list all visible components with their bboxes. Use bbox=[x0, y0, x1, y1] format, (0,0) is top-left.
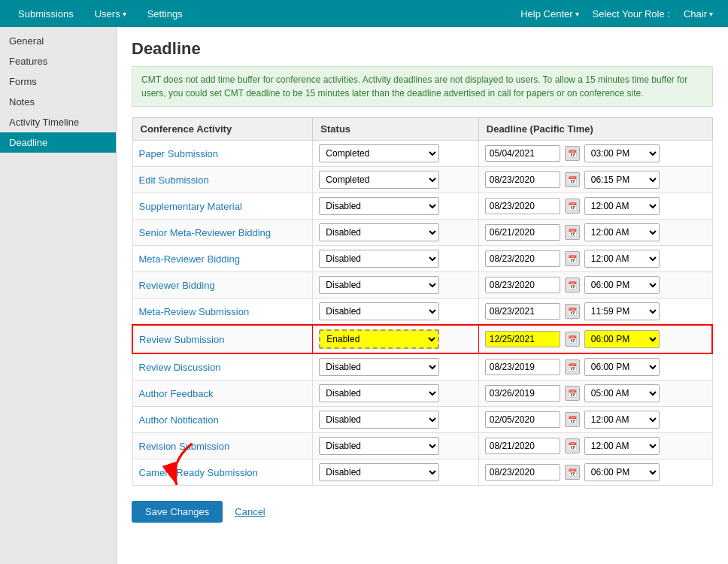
time-select[interactable]: 12:00 AM01:00 AM02:00 AM03:00 AM04:00 AM… bbox=[584, 384, 660, 402]
deadline-cell[interactable]: 📅12:00 AM01:00 AM02:00 AM03:00 AM04:00 A… bbox=[478, 272, 712, 299]
status-select[interactable]: CompletedEnabledDisabled bbox=[319, 384, 439, 402]
time-select[interactable]: 12:00 AM01:00 AM02:00 AM03:00 AM04:00 AM… bbox=[584, 223, 660, 241]
status-cell[interactable]: CompletedEnabledDisabled bbox=[313, 193, 478, 220]
date-input[interactable] bbox=[485, 411, 560, 428]
sidebar-item-forms[interactable]: Forms bbox=[0, 71, 116, 92]
status-cell[interactable]: CompletedEnabledDisabled bbox=[313, 246, 478, 272]
status-select[interactable]: CompletedEnabledDisabled bbox=[319, 463, 439, 481]
status-cell[interactable]: CompletedEnabledDisabled bbox=[313, 141, 478, 167]
deadline-cell[interactable]: 📅12:00 AM01:00 AM02:00 AM03:00 AM04:00 A… bbox=[478, 325, 712, 353]
status-cell[interactable]: CompletedEnabledDisabled bbox=[313, 381, 478, 407]
sidebar-item-notes[interactable]: Notes bbox=[0, 92, 116, 112]
status-select[interactable]: CompletedEnabledDisabled bbox=[319, 329, 439, 349]
status-select[interactable]: CompletedEnabledDisabled bbox=[319, 171, 439, 189]
deadline-cell[interactable]: 📅12:00 AM01:00 AM02:00 AM03:00 AM04:00 A… bbox=[478, 141, 712, 167]
col-header-deadline: Deadline (Pacific Time) bbox=[478, 118, 712, 141]
time-select[interactable]: 12:00 AM01:00 AM02:00 AM03:00 AM04:00 AM… bbox=[584, 330, 660, 348]
time-select[interactable]: 12:00 AM01:00 AM02:00 AM03:00 AM04:00 AM… bbox=[584, 276, 660, 294]
status-cell[interactable]: CompletedEnabledDisabled bbox=[313, 272, 478, 299]
date-input[interactable] bbox=[485, 438, 560, 454]
status-select[interactable]: CompletedEnabledDisabled bbox=[319, 197, 439, 215]
status-select[interactable]: CompletedEnabledDisabled bbox=[319, 302, 439, 320]
table-row: Author NotificationCompletedEnabledDisab… bbox=[132, 407, 712, 433]
status-cell[interactable]: CompletedEnabledDisabled bbox=[313, 325, 478, 353]
time-select[interactable]: 12:00 AM01:00 AM02:00 AM03:00 AM04:00 AM… bbox=[584, 411, 660, 429]
time-select[interactable]: 12:00 AM01:00 AM02:00 AM03:00 AM04:00 AM… bbox=[584, 437, 660, 455]
nav-settings[interactable]: Settings bbox=[137, 0, 193, 27]
calendar-icon[interactable]: 📅 bbox=[565, 304, 580, 319]
status-cell[interactable]: CompletedEnabledDisabled bbox=[313, 220, 478, 246]
date-input[interactable] bbox=[485, 464, 560, 481]
activity-name: Senior Meta-Reviewer Bidding bbox=[132, 220, 313, 246]
calendar-icon[interactable]: 📅 bbox=[565, 146, 580, 161]
sidebar-item-activity-timeline[interactable]: Activity Timeline bbox=[0, 112, 116, 132]
sidebar-item-features[interactable]: Features bbox=[0, 51, 116, 71]
status-cell[interactable]: CompletedEnabledDisabled bbox=[313, 459, 478, 486]
deadline-cell[interactable]: 📅12:00 AM01:00 AM02:00 AM03:00 AM04:00 A… bbox=[478, 193, 712, 220]
sidebar-item-general[interactable]: General bbox=[0, 31, 116, 51]
nav-chair[interactable]: Chair ▾ bbox=[676, 0, 720, 27]
time-select[interactable]: 12:00 AM01:00 AM02:00 AM03:00 AM04:00 AM… bbox=[584, 171, 660, 189]
date-input[interactable] bbox=[485, 224, 560, 241]
date-input[interactable] bbox=[485, 198, 560, 214]
deadline-cell[interactable]: 📅12:00 AM01:00 AM02:00 AM03:00 AM04:00 A… bbox=[478, 353, 712, 381]
time-select[interactable]: 12:00 AM01:00 AM02:00 AM03:00 AM04:00 AM… bbox=[584, 463, 660, 481]
time-select[interactable]: 12:00 AM01:00 AM02:00 AM03:00 AM04:00 AM… bbox=[584, 250, 660, 268]
activity-name: Supplementary Material bbox=[132, 193, 313, 220]
table-row: Revision SubmissionCompletedEnabledDisab… bbox=[132, 433, 712, 459]
status-select[interactable]: CompletedEnabledDisabled bbox=[319, 144, 439, 162]
status-cell[interactable]: CompletedEnabledDisabled bbox=[313, 299, 478, 326]
status-select[interactable]: CompletedEnabledDisabled bbox=[319, 276, 439, 294]
activity-name: Author Notification bbox=[132, 407, 313, 433]
date-input[interactable] bbox=[485, 171, 560, 188]
deadline-cell[interactable]: 📅12:00 AM01:00 AM02:00 AM03:00 AM04:00 A… bbox=[478, 167, 712, 193]
calendar-icon[interactable]: 📅 bbox=[565, 359, 580, 374]
status-cell[interactable]: CompletedEnabledDisabled bbox=[313, 167, 478, 193]
status-select[interactable]: CompletedEnabledDisabled bbox=[319, 223, 439, 241]
nav-submissions[interactable]: Submissions bbox=[8, 0, 84, 27]
time-select[interactable]: 12:00 AM01:00 AM02:00 AM03:00 AM04:00 AM… bbox=[584, 144, 660, 162]
cancel-button[interactable]: Cancel bbox=[235, 506, 265, 517]
date-input[interactable] bbox=[485, 303, 560, 320]
calendar-icon[interactable]: 📅 bbox=[565, 386, 580, 401]
status-select[interactable]: CompletedEnabledDisabled bbox=[319, 250, 439, 268]
calendar-icon[interactable]: 📅 bbox=[565, 438, 580, 453]
sidebar-item-deadline[interactable]: Deadline bbox=[0, 132, 116, 153]
status-cell[interactable]: CompletedEnabledDisabled bbox=[313, 353, 478, 381]
date-input[interactable] bbox=[485, 331, 560, 347]
status-select[interactable]: CompletedEnabledDisabled bbox=[319, 358, 439, 376]
date-input[interactable] bbox=[485, 250, 560, 267]
calendar-icon[interactable]: 📅 bbox=[565, 225, 580, 240]
status-select[interactable]: CompletedEnabledDisabled bbox=[319, 411, 439, 429]
status-cell[interactable]: CompletedEnabledDisabled bbox=[313, 407, 478, 433]
date-input[interactable] bbox=[485, 277, 560, 293]
calendar-icon[interactable]: 📅 bbox=[565, 277, 580, 293]
deadline-cell[interactable]: 📅12:00 AM01:00 AM02:00 AM03:00 AM04:00 A… bbox=[478, 246, 712, 272]
time-select[interactable]: 12:00 AM01:00 AM02:00 AM03:00 AM04:00 AM… bbox=[584, 197, 660, 215]
date-input[interactable] bbox=[485, 385, 560, 402]
deadline-cell[interactable]: 📅12:00 AM01:00 AM02:00 AM03:00 AM04:00 A… bbox=[478, 381, 712, 407]
deadline-cell[interactable]: 📅12:00 AM01:00 AM02:00 AM03:00 AM04:00 A… bbox=[478, 299, 712, 326]
table-row: Review DiscussionCompletedEnabledDisable… bbox=[132, 353, 712, 381]
calendar-icon[interactable]: 📅 bbox=[565, 465, 580, 480]
calendar-icon[interactable]: 📅 bbox=[565, 172, 580, 187]
nav-help-center[interactable]: Help Center ▾ bbox=[513, 0, 586, 27]
date-input[interactable] bbox=[485, 359, 560, 375]
status-cell[interactable]: CompletedEnabledDisabled bbox=[313, 433, 478, 459]
deadline-cell[interactable]: 📅12:00 AM01:00 AM02:00 AM03:00 AM04:00 A… bbox=[478, 459, 712, 486]
activity-name: Review Discussion bbox=[132, 353, 313, 381]
calendar-icon[interactable]: 📅 bbox=[565, 332, 580, 347]
nav-users[interactable]: Users ▾ bbox=[84, 0, 137, 27]
save-changes-button[interactable]: Save Changes bbox=[132, 501, 223, 523]
date-input[interactable] bbox=[485, 145, 560, 162]
calendar-icon[interactable]: 📅 bbox=[565, 412, 580, 427]
deadline-cell[interactable]: 📅12:00 AM01:00 AM02:00 AM03:00 AM04:00 A… bbox=[478, 220, 712, 246]
deadline-cell[interactable]: 📅12:00 AM01:00 AM02:00 AM03:00 AM04:00 A… bbox=[478, 433, 712, 459]
calendar-icon[interactable]: 📅 bbox=[565, 199, 580, 214]
col-header-status: Status bbox=[313, 118, 478, 141]
calendar-icon[interactable]: 📅 bbox=[565, 251, 580, 266]
deadline-cell[interactable]: 📅12:00 AM01:00 AM02:00 AM03:00 AM04:00 A… bbox=[478, 407, 712, 433]
time-select[interactable]: 12:00 AM01:00 AM02:00 AM03:00 AM04:00 AM… bbox=[584, 302, 660, 320]
time-select[interactable]: 12:00 AM01:00 AM02:00 AM03:00 AM04:00 AM… bbox=[584, 358, 660, 376]
status-select[interactable]: CompletedEnabledDisabled bbox=[319, 437, 439, 455]
